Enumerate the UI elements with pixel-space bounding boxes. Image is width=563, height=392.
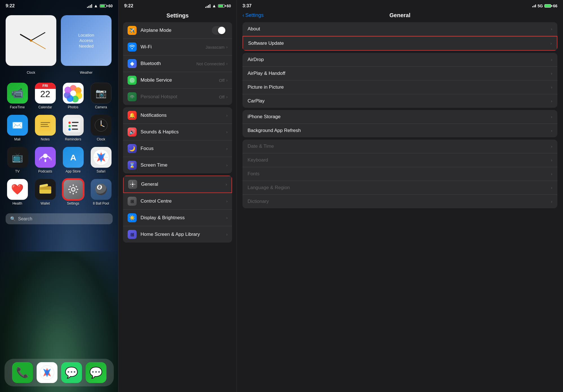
app-icon-clock xyxy=(91,115,112,136)
general-screen: 3:37 5G 66 ‹ Settings General About › xyxy=(237,0,563,392)
settings-row-general[interactable]: General › xyxy=(123,176,232,193)
app-item-settings[interactable]: Settings xyxy=(59,176,87,208)
display-label: Display & Brightness xyxy=(141,215,226,221)
general-row-carplay[interactable]: CarPlay › xyxy=(242,94,557,108)
app-item-podcasts[interactable]: Podcasts xyxy=(31,144,59,176)
app-label-photos: Photos xyxy=(68,105,78,109)
settings-row-screentime[interactable]: ⌛ Screen Time › xyxy=(123,157,232,173)
general-row-language[interactable]: Language & Region › xyxy=(242,181,557,195)
app-item-wallet[interactable]: Wallet xyxy=(31,176,59,208)
settings-row-hotspot[interactable]: Personal Hotspot Off › xyxy=(123,89,232,105)
wifi-icon-settings xyxy=(128,42,137,51)
app-icon-8ball: 🎱 xyxy=(91,179,112,200)
app-item-appstore[interactable]: A App Store xyxy=(59,144,87,176)
battery-p3 xyxy=(544,4,551,8)
airdrop-label: AirDrop xyxy=(248,57,551,62)
svg-rect-41 xyxy=(69,185,71,187)
battery-pct-p3: 66 xyxy=(553,4,557,8)
language-label: Language & Region xyxy=(248,185,551,191)
settings-row-sounds[interactable]: 🔊 Sounds & Haptics › xyxy=(123,124,232,140)
app-icon-health: ❤️ xyxy=(7,179,28,200)
general-row-airdrop[interactable]: AirDrop › xyxy=(242,53,557,67)
general-row-storage[interactable]: iPhone Storage › xyxy=(242,110,557,124)
svg-rect-10 xyxy=(41,124,48,125)
wifi-value: Javascam xyxy=(206,45,225,50)
time-panel1: 9:22 xyxy=(6,3,15,8)
app-item-photos[interactable]: Photos xyxy=(59,80,87,112)
app-label-appstore: App Store xyxy=(66,169,81,173)
settings-title: Settings xyxy=(119,10,237,22)
general-row-pip[interactable]: Picture in Picture › xyxy=(242,80,557,94)
screentime-label: Screen Time xyxy=(141,162,226,168)
general-row-bgrefresh[interactable]: Background App Refresh › xyxy=(242,124,557,137)
settings-row-focus[interactable]: 🌙 Focus › xyxy=(123,140,232,157)
svg-rect-50 xyxy=(132,182,133,183)
dock-phone[interactable]: 📞 xyxy=(12,362,33,383)
general-nav: ‹ Settings General xyxy=(237,10,563,22)
app-item-health[interactable]: ❤️ Health xyxy=(3,176,31,208)
carplay-label: CarPlay xyxy=(248,98,551,104)
general-row-about[interactable]: About › xyxy=(242,22,557,36)
app-item-mail[interactable]: ✉️ Mail xyxy=(3,112,31,144)
dock-messages[interactable]: 💬 xyxy=(86,362,106,383)
general-row-keyboard[interactable]: Keyboard › xyxy=(242,153,557,167)
app-item-notes[interactable]: Notes xyxy=(31,112,59,144)
home-screen: 9:22 ▲ 60 Loca xyxy=(0,0,118,392)
app-icon-reminders xyxy=(63,115,84,136)
app-item-clock[interactable]: Clock xyxy=(87,112,115,144)
bluetooth-chevron: › xyxy=(226,61,228,66)
keyboard-chevron: › xyxy=(551,158,552,162)
app-item-facetime[interactable]: 📹 FaceTime xyxy=(3,80,31,112)
general-row-dictionary[interactable]: Dictionary › xyxy=(242,195,557,208)
settings-row-airplane[interactable]: ✈️ Airplane Mode xyxy=(123,22,232,39)
app-label-camera: Camera xyxy=(95,105,107,109)
battery-icon-p2 xyxy=(218,4,225,8)
wifi-chevron: › xyxy=(226,45,228,49)
svg-rect-18 xyxy=(72,129,78,130)
app-label-mail: Mail xyxy=(14,137,20,141)
back-button[interactable]: ‹ Settings xyxy=(242,12,264,18)
back-label: Settings xyxy=(245,12,264,18)
svg-rect-25 xyxy=(44,159,46,162)
dock: 📞 💬 💬 xyxy=(5,359,114,386)
clock-widget[interactable] xyxy=(6,15,56,66)
app-item-tv[interactable]: 📺 TV xyxy=(3,144,31,176)
general-row-softwareupdate[interactable]: Software Update › xyxy=(242,36,557,51)
app-label-health: Health xyxy=(12,201,22,205)
app-item-safari[interactable]: Safari xyxy=(87,144,115,176)
app-label-facetime: FaceTime xyxy=(10,105,25,109)
svg-point-36 xyxy=(72,188,75,191)
settings-row-notifications[interactable]: 🔔 Notifications › xyxy=(123,107,232,124)
airplane-toggle[interactable] xyxy=(212,26,226,35)
weather-widget[interactable]: LocationAccessNeeded xyxy=(61,15,112,66)
settings-screen: 9:22 ▲ 60 Settings ✈️ Airplane Mode xyxy=(118,0,237,392)
second-hand xyxy=(31,40,46,49)
wifi-icon: ▲ xyxy=(94,3,98,8)
settings-row-bluetooth[interactable]: ◈ Bluetooth Not Connected › xyxy=(123,55,232,72)
search-bar[interactable]: 🔍 Search xyxy=(6,213,113,224)
settings-row-homescreen[interactable]: ⊞ Home Screen & App Library › xyxy=(123,226,232,243)
app-item-calendar[interactable]: FRI 22 Calendar xyxy=(31,80,59,112)
softwareupdate-chevron: › xyxy=(550,41,552,46)
general-row-airplay[interactable]: AirPlay & Handoff › xyxy=(242,67,557,80)
dock-whatsapp[interactable]: 💬 xyxy=(61,362,82,383)
settings-row-controlcentre[interactable]: ⊞ Control Centre › xyxy=(123,193,232,210)
battery-pct: 60 xyxy=(108,4,113,8)
general-row-datetime[interactable]: Date & Time › xyxy=(242,140,557,153)
app-item-camera[interactable]: 📷 Camera xyxy=(87,80,115,112)
settings-row-mobile[interactable]: Mobile Service Off › xyxy=(123,72,232,89)
dock-safari[interactable] xyxy=(37,362,57,383)
app-item-reminders[interactable]: Reminders xyxy=(59,112,87,144)
app-item-8ball[interactable]: 🎱 8 Ball Pool xyxy=(87,176,115,208)
settings-row-display[interactable]: ☀️ Display & Brightness › xyxy=(123,210,232,226)
svg-rect-11 xyxy=(41,126,49,127)
storage-chevron: › xyxy=(551,115,552,119)
app-icon-podcasts xyxy=(35,147,56,168)
app-icon-photos xyxy=(63,83,84,104)
status-bar-panel3: 3:37 5G 66 xyxy=(237,0,563,10)
airplane-label: Airplane Mode xyxy=(141,28,212,33)
svg-rect-51 xyxy=(132,186,133,187)
general-row-fonts[interactable]: Fonts › xyxy=(242,167,557,181)
settings-row-wifi[interactable]: Wi-Fi Javascam › xyxy=(123,39,232,55)
app-label-safari: Safari xyxy=(97,169,105,173)
